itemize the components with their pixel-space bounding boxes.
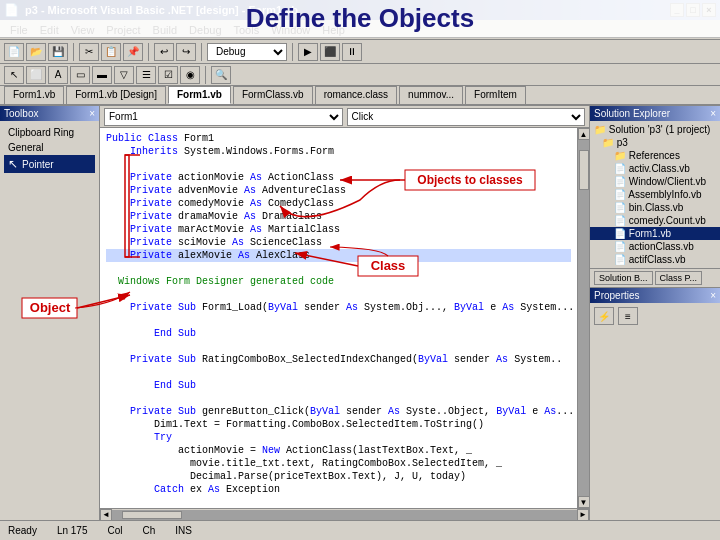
code-line-26: movie.title_txt.text, RatingComboBox.Sel… (106, 457, 571, 470)
tab-formitem[interactable]: FormItem (465, 86, 526, 104)
menu-edit[interactable]: Edit (34, 22, 65, 38)
tree-binclass[interactable]: 📄 bin.Class.vb (590, 201, 720, 214)
maximize-button[interactable]: □ (686, 3, 700, 17)
close-button[interactable]: × (702, 3, 716, 17)
code-line-3 (106, 158, 571, 171)
scroll-track[interactable] (578, 140, 590, 496)
tab-formclass[interactable]: FormClass.vb (233, 86, 313, 104)
clipboard-ring-item[interactable]: Clipboard Ring (4, 125, 95, 140)
tab-nummov[interactable]: nummov... (399, 86, 463, 104)
tab-form1[interactable]: Form1.vb (168, 86, 231, 104)
toolbox-title: Toolbox × (0, 106, 99, 121)
textbox-btn[interactable]: ▬ (92, 66, 112, 84)
menu-build[interactable]: Build (147, 22, 183, 38)
code-header: Form1 Click (100, 106, 589, 128)
solution-b-tab[interactable]: Solution B... (594, 271, 653, 285)
title-bar-title: p3 - Microsoft Visual Basic .NET [design… (25, 4, 670, 16)
tree-comedy[interactable]: 📄 comedy.Count.vb (590, 214, 720, 227)
check-btn[interactable]: ☑ (158, 66, 178, 84)
tree-form1[interactable]: 📄 Form1.vb (590, 227, 720, 240)
toolbox-label: Toolbox (4, 108, 38, 119)
pointer-item[interactable]: ↖ Pointer (4, 155, 95, 173)
open-btn[interactable]: 📂 (26, 43, 46, 61)
zoom-in-btn[interactable]: 🔍 (211, 66, 231, 84)
code-line-7: Private dramaMovie As DramaClass (106, 210, 571, 223)
combo-btn[interactable]: ▽ (114, 66, 134, 84)
tab-form1design[interactable]: Form1.vb [Design] (66, 86, 166, 104)
object-dropdown[interactable]: Form1 (104, 108, 343, 126)
label-btn[interactable]: A (48, 66, 68, 84)
class-p-tab[interactable]: Class P... (655, 271, 702, 285)
menu-tools[interactable]: Tools (228, 22, 266, 38)
tree-activ[interactable]: 📄 activ.Class.vb (590, 162, 720, 175)
app-container: 📄 p3 - Microsoft Visual Basic .NET [desi… (0, 0, 720, 540)
code-line-1: Public Class Form1 (106, 132, 571, 145)
menu-debug[interactable]: Debug (183, 22, 227, 38)
save-btn[interactable]: 💾 (48, 43, 68, 61)
tree-actifclass[interactable]: 📄 actifClass.vb (590, 253, 720, 266)
paste-btn[interactable]: 📌 (123, 43, 143, 61)
list-btn[interactable]: ☰ (136, 66, 156, 84)
new-btn[interactable]: 📄 (4, 43, 24, 61)
radio-btn[interactable]: ◉ (180, 66, 200, 84)
solution-explorer-title: Solution Explorer × (590, 106, 720, 121)
solution-close-btn[interactable]: × (710, 108, 716, 119)
props-sort-btn[interactable]: ⚡ (594, 307, 614, 325)
vertical-scrollbar[interactable]: ▲ ▼ (577, 128, 589, 508)
tree-root[interactable]: 📁 Solution 'p3' (1 project) (590, 123, 720, 136)
toolbox-close[interactable]: × (89, 108, 95, 119)
code-line-11 (106, 262, 571, 275)
code-line-23: Dim1.Text = Formatting.ComboBox.Selected… (106, 418, 571, 431)
code-line-22: Private Sub genreButton_Click(ByVal send… (106, 405, 571, 418)
event-dropdown[interactable]: Click (347, 108, 586, 126)
redo-btn[interactable]: ↪ (176, 43, 196, 61)
hscroll-thumb[interactable] (122, 511, 182, 519)
menu-window[interactable]: Window (265, 22, 316, 38)
tab-form1vb[interactable]: Form1.vb (4, 86, 64, 104)
tree-actionclass[interactable]: 📄 actionClass.vb (590, 240, 720, 253)
menu-view[interactable]: View (65, 22, 101, 38)
hscroll-track[interactable] (112, 510, 577, 520)
menu-project[interactable]: Project (100, 22, 146, 38)
menu-help[interactable]: Help (316, 22, 351, 38)
cut-btn[interactable]: ✂ (79, 43, 99, 61)
code-line-15 (106, 314, 571, 327)
pointer-btn[interactable]: ↖ (4, 66, 24, 84)
toolbar-sep2 (148, 43, 149, 61)
horizontal-scrollbar[interactable]: ◄ ► (100, 508, 589, 520)
menu-file[interactable]: File (4, 22, 34, 38)
scroll-right-btn[interactable]: ► (577, 509, 589, 521)
tree-references[interactable]: 📁 References (590, 149, 720, 162)
tree-window[interactable]: 📄 Window/Client.vb (590, 175, 720, 188)
code-line-24: Try (106, 431, 571, 444)
run-btn[interactable]: ▶ (298, 43, 318, 61)
properties-close-btn[interactable]: × (710, 290, 716, 301)
code-editor[interactable]: Public Class Form1 Inherits System.Windo… (100, 128, 577, 508)
scroll-thumb[interactable] (579, 150, 589, 190)
scroll-left-btn[interactable]: ◄ (100, 509, 112, 521)
code-line-27: Decimal.Parse(priceTextBox.Text), J, U, … (106, 470, 571, 483)
copy-btn[interactable]: 📋 (101, 43, 121, 61)
scroll-down-btn[interactable]: ▼ (578, 496, 590, 508)
button-btn[interactable]: ▭ (70, 66, 90, 84)
code-line-2: Inherits System.Windows.Forms.Form (106, 145, 571, 158)
tab-romance[interactable]: romance.class (315, 86, 397, 104)
properties-content: ⚡ ≡ (590, 303, 720, 333)
debug-dropdown[interactable]: Debug (207, 43, 287, 61)
right-panel: Solution Explorer × 📁 Solution 'p3' (1 p… (590, 106, 720, 520)
undo-btn[interactable]: ↩ (154, 43, 174, 61)
status-col: Col (108, 525, 123, 536)
stop-btn[interactable]: ⬛ (320, 43, 340, 61)
tree-assemblyinfo[interactable]: 📄 AssemblyInfo.vb (590, 188, 720, 201)
props-cat-btn[interactable]: ≡ (618, 307, 638, 325)
form-btn[interactable]: ⬜ (26, 66, 46, 84)
scroll-up-btn[interactable]: ▲ (578, 128, 590, 140)
general-item[interactable]: General (4, 140, 95, 155)
tree-project[interactable]: 📁 p3 (590, 136, 720, 149)
solution-explorer-label: Solution Explorer (594, 108, 670, 119)
status-bar: Ready Ln 175 Col Ch INS (0, 520, 720, 540)
toolbar-sep3 (201, 43, 202, 61)
minimize-button[interactable]: _ (670, 3, 684, 17)
properties-label: Properties (594, 290, 640, 301)
pause-btn[interactable]: ⏸ (342, 43, 362, 61)
